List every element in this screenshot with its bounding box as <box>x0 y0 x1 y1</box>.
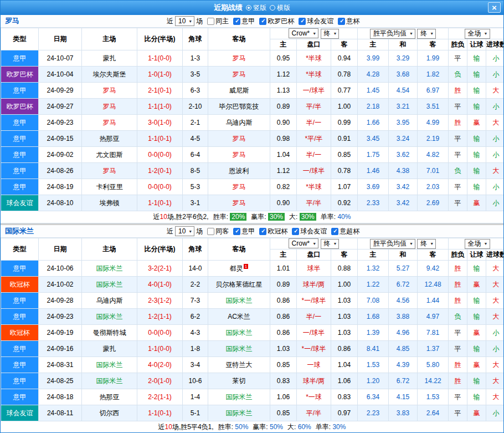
euro-draw-odds: 5.27 <box>389 261 418 277</box>
view-option-vertical[interactable]: 竖版 <box>246 3 266 13</box>
euro-draw-odds: 3.42 <box>389 179 418 195</box>
col-header-away: 客场 <box>208 238 270 261</box>
league-badge: 意甲 <box>1 83 39 99</box>
asia-home-odds: 0.83 <box>270 373 297 389</box>
view-option-horizontal[interactable]: 横版 <box>270 3 290 13</box>
result: 负 <box>449 309 467 325</box>
asia-away-odds: 0.83 <box>331 389 358 405</box>
euro-odds-time-select[interactable]: 终▼ <box>417 239 436 249</box>
handicap-result: 赢 <box>467 277 486 293</box>
team-name: 罗马 <box>1 16 167 26</box>
away-team: 国际米兰 <box>208 325 270 341</box>
handicap-result: 输 <box>467 373 486 389</box>
games-count-select[interactable]: 10▼ <box>175 226 194 236</box>
window-title: 近期战绩 <box>214 3 243 13</box>
col-header-home: 主场 <box>82 238 137 261</box>
same-venue-checkbox[interactable]: 同客 <box>207 227 229 236</box>
team-bar: 罗马 近 10▼ 场 同主 意甲 欧罗巴杯 <box>1 15 503 28</box>
league-filter-coppa[interactable]: 意杯 <box>338 17 359 26</box>
result: 胜 <box>449 293 467 309</box>
asia-home-odds: 0.86 <box>270 293 297 309</box>
result: 胜 <box>449 373 467 389</box>
euro-odds-time-select[interactable]: 终▼ <box>417 29 436 39</box>
handicap: 平/半 <box>297 99 331 115</box>
scope-select[interactable]: 全场▼ <box>465 239 490 249</box>
league-badge: 欧罗巴杯 <box>1 99 39 115</box>
league-filter-serie-a[interactable]: 意甲 <box>233 227 255 236</box>
result: 平 <box>449 131 467 147</box>
goals-result: 小 <box>486 325 504 341</box>
handicap-result: 赢 <box>467 195 486 211</box>
games-count-select[interactable]: 10▼ <box>175 16 194 26</box>
score: 1-1(0-1) <box>137 131 183 147</box>
corner-score: 1-4 <box>183 389 208 405</box>
euro-draw-odds: 4.54 <box>389 83 418 99</box>
league-badge: 欧冠杯 <box>1 277 39 293</box>
col-header-corner: 角球 <box>183 28 208 50</box>
match-row: 意甲24-09-15热那亚1-1(0-1)4-5罗马0.98*平/半0.913.… <box>1 131 504 147</box>
home-team: 罗马 <box>82 115 137 131</box>
close-button[interactable]: × <box>488 2 501 13</box>
result: 平 <box>449 341 467 357</box>
result: 平 <box>449 405 467 421</box>
asia-away-odds: 0.91 <box>331 131 358 147</box>
bookmaker-select[interactable]: Crow*▼ <box>289 28 319 38</box>
recent-results-window: 近期战绩 竖版 横版 × 罗马 近 10▼ 场 <box>0 0 504 433</box>
league-filter-ucl[interactable]: 欧冠杯 <box>259 227 287 236</box>
goals-result: 大 <box>486 373 504 389</box>
home-team: 卡利亚里 <box>82 179 137 195</box>
result: 平 <box>449 325 467 341</box>
away-team: 罗马 <box>208 67 270 83</box>
chevron-down-icon: ▼ <box>484 242 488 246</box>
euro-draw-odds: 3.68 <box>389 67 418 83</box>
asia-home-odds: 0.86 <box>270 309 297 325</box>
match-date: 24-08-11 <box>39 405 82 421</box>
sub-header-goals: 进球数 <box>486 249 504 261</box>
handicap-result: 输 <box>467 179 486 195</box>
league-badge: 欧罗巴杯 <box>1 67 39 83</box>
away-team: 罗马 <box>208 195 270 211</box>
checkbox-checked-icon <box>259 228 266 235</box>
league-filter-europa[interactable]: 欧罗巴杯 <box>259 17 294 26</box>
bookmaker-select[interactable]: Crow*▼ <box>289 238 319 248</box>
home-team: 罗马 <box>82 163 137 179</box>
score: 1-1(0-0) <box>137 50 183 67</box>
red-card-icon: 1 <box>244 264 248 269</box>
euro-avg-select[interactable]: 胜平负均值▼ <box>370 29 415 39</box>
euro-away-odds: 5.80 <box>418 357 449 373</box>
handicap-result: 输 <box>467 261 486 277</box>
euro-avg-select[interactable]: 胜平负均值▼ <box>370 239 415 249</box>
home-team: 罗马 <box>82 99 137 115</box>
handicap: *一球 <box>297 389 331 405</box>
match-row: 欧罗巴杯24-09-27罗马1-1(1-0)2-10毕尔巴鄂竞技0.89平/半1… <box>1 99 504 115</box>
home-team: 乌迪内斯 <box>82 293 137 309</box>
corner-score: 1-3 <box>183 50 208 67</box>
same-venue-checkbox[interactable]: 同主 <box>207 17 229 26</box>
asia-away-odds: 0.77 <box>331 83 358 99</box>
sub-header-handicap-result: 让球 <box>467 39 486 50</box>
home-team: 国际米兰 <box>82 309 137 325</box>
asia-odds-time-select[interactable]: 终▼ <box>321 239 340 249</box>
league-filter-friendly[interactable]: 球会友谊 <box>292 227 327 236</box>
asia-odds-time-select[interactable]: 终▼ <box>321 29 340 39</box>
league-filter-friendly[interactable]: 球会友谊 <box>299 17 333 26</box>
league-filter-serie-a[interactable]: 意甲 <box>233 17 255 26</box>
asia-away-odds: 0.99 <box>331 115 358 131</box>
chevron-down-icon: ▼ <box>430 32 434 35</box>
sub-header-euro-away: 客 <box>418 39 449 50</box>
filter-bar: 近 10▼ 场 同客 意甲 欧冠杯 <box>167 226 359 236</box>
league-filter-supercup[interactable]: 意超杯 <box>331 227 359 236</box>
asia-home-odds: 1.03 <box>270 341 297 357</box>
goals-result: 小 <box>486 50 504 67</box>
corner-score: 3-1 <box>183 195 208 211</box>
euro-away-odds: 14.22 <box>418 373 449 389</box>
match-date: 24-10-04 <box>39 67 82 83</box>
summary-stat: 赢率: 30% <box>251 212 285 222</box>
asia-away-odds: 1.03 <box>331 293 358 309</box>
sub-header-euro-away: 客 <box>418 249 449 261</box>
euro-draw-odds: 6.72 <box>389 373 418 389</box>
corner-score: 2-10 <box>183 99 208 115</box>
scope-select[interactable]: 全场▼ <box>465 29 490 39</box>
euro-draw-odds: 4.38 <box>389 163 418 179</box>
title-bar: 近期战绩 竖版 横版 × <box>1 1 503 15</box>
